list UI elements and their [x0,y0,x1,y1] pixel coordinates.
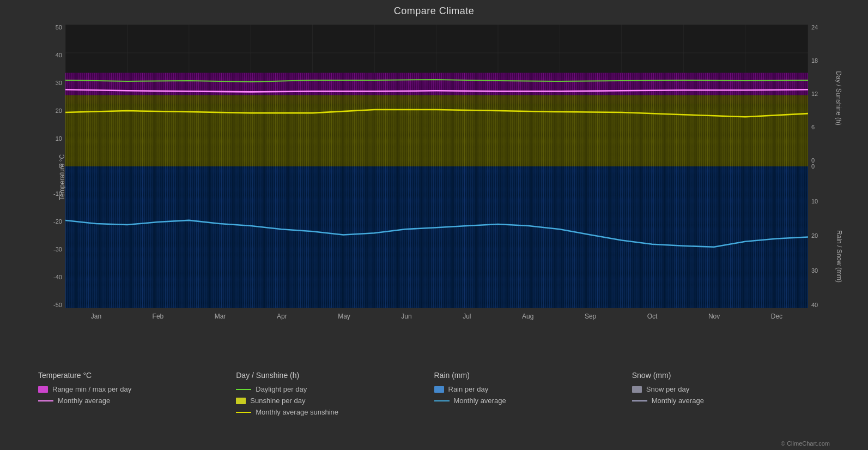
svg-rect-37 [65,95,808,166]
legend-item-sunshine-swatch: Sunshine per day [236,397,434,405]
legend-title-sunshine: Day / Sunshine (h) [236,371,434,380]
right-tick-30: 30 [811,268,818,274]
month-oct: Oct [647,313,658,320]
page-container: Compare Climate Temperature °C Day / Sun… [0,0,868,450]
month-aug: Aug [522,313,533,320]
right-tick-12: 12 [811,91,818,97]
legend-area: Temperature °C Range min / max per day M… [0,365,868,450]
right-tick-40: 40 [811,302,818,308]
right-tick-0-bottom: 0 [811,164,815,170]
legend-label-snow-monthly: Monthly average [652,397,704,405]
left-axis: 50 40 30 20 10 0 -10 -20 -30 -40 -50 [38,25,65,308]
copyright: © ClimeChart.com [781,440,830,447]
chart-area: Medan Medan ClimeChart.com ClimeChart.co… [65,25,808,308]
legend-label-temp-range: Range min / max per day [52,385,131,393]
right-tick-18: 18 [811,58,818,64]
right-tick-24: 24 [811,25,818,31]
legend-label-temp-monthly: Monthly average [58,397,110,405]
legend-item-snow-monthly: Monthly average [632,397,830,405]
legend-col-snow: Snow (mm) Snow per day Monthly average [632,371,830,445]
right-tick-20: 20 [811,233,818,239]
legend-item-rain-monthly: Monthly average [434,397,632,405]
legend-col-rain: Rain (mm) Rain per day Monthly average [434,371,632,445]
x-axis: Jan Feb Mar Apr May Jun Jul Aug Sep Oct … [65,308,808,335]
legend-line-rain-monthly [434,400,450,401]
tick-0: 0 [59,163,62,169]
month-apr: Apr [277,313,287,320]
chart-svg [65,25,808,308]
legend-swatch-sunshine [236,398,246,404]
legend-col-temperature: Temperature °C Range min / max per day M… [38,371,236,445]
legend-swatch-temp-range [38,386,48,393]
legend-title-rain: Rain (mm) [434,371,632,380]
right-tick-10: 10 [811,199,818,205]
legend-item-rain-swatch: Rain per day [434,385,632,393]
legend-label-sunshine: Sunshine per day [250,397,305,405]
legend-item-snow-swatch: Snow per day [632,385,830,393]
month-sep: Sep [585,313,596,320]
page-title: Compare Climate [0,0,868,19]
legend-title-snow: Snow (mm) [632,371,830,380]
chart-wrapper: Temperature °C Day / Sunshine (h) Rain /… [38,19,835,335]
tick-40: 40 [56,52,62,58]
tick-m40: -40 [53,274,62,280]
legend-title-temperature: Temperature °C [38,371,236,380]
legend-line-sunshine-avg [236,412,251,413]
tick-m50: -50 [53,302,62,308]
right-tick-6: 6 [811,124,815,130]
legend-swatch-rain [434,386,444,393]
legend-label-sunshine-avg: Monthly average sunshine [256,408,338,416]
right-axis-bottom: 0 10 20 30 40 [808,164,835,308]
legend-line-snow-monthly [632,400,647,401]
tick-30: 30 [56,80,62,86]
month-dec: Dec [771,313,782,320]
month-feb: Feb [153,313,164,320]
legend-item-temp-monthly: Monthly average [38,397,236,405]
month-nov: Nov [708,313,720,320]
tick-20: 20 [56,108,62,114]
legend-label-rain-per-day: Rain per day [448,385,489,393]
legend-line-temp-monthly [38,400,53,401]
month-jul: Jul [463,313,471,320]
legend-item-daylight: Daylight per day [236,385,434,393]
svg-rect-39 [65,166,808,308]
right-axis-bottom-label: Rain / Snow (mm) [835,230,843,283]
legend-label-snow-per-day: Snow per day [646,385,690,393]
tick-10: 10 [56,136,62,142]
month-mar: Mar [215,313,226,320]
month-jun: Jun [401,313,411,320]
right-axis-top: 24 18 12 6 0 [808,25,835,164]
legend-col-sunshine: Day / Sunshine (h) Daylight per day Suns… [236,371,434,445]
legend-line-daylight [236,389,251,390]
tick-m10: -10 [53,191,62,197]
tick-m30: -30 [53,247,62,253]
tick-50: 50 [56,25,62,31]
tick-m20: -20 [53,219,62,225]
month-may: May [338,313,350,320]
legend-item-temp-range: Range min / max per day [38,385,236,393]
right-axis-top-label: Day / Sunshine (h) [834,71,842,125]
month-jan: Jan [91,313,101,320]
legend-label-rain-monthly: Monthly average [454,397,506,405]
legend-label-daylight: Daylight per day [256,385,307,393]
legend-item-sunshine-avg: Monthly average sunshine [236,408,434,416]
legend-swatch-snow [632,386,642,393]
